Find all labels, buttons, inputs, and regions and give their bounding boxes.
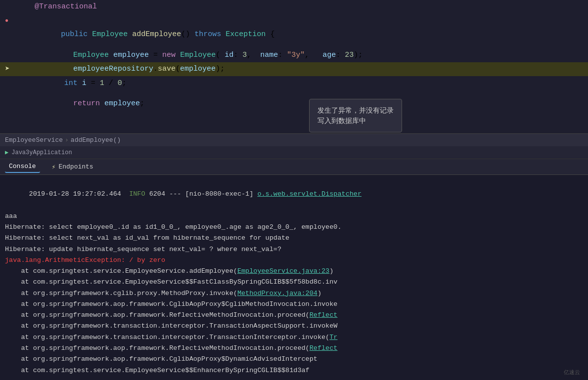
console-line-1: 2019-01-28 19:27:02.464 INFO 6204 --- [n… (5, 178, 583, 211)
endpoints-icon: ⚡ (52, 163, 56, 171)
console-stack-10: at com.springtest.service.EmployeeServic… (5, 365, 583, 376)
console-line-2: aaa (5, 211, 583, 222)
console-stack-3: at org.springframework.cglib.proxy.Metho… (5, 288, 583, 299)
console-stack-5: at org.springframework.aop.framework.Ref… (5, 310, 583, 321)
console-stack-8: at org.springframework.aop.framework.Ref… (5, 343, 583, 354)
endpoints-tab-label: Endpoints (58, 163, 93, 170)
annotation-transactional: @Transactional (35, 0, 588, 14)
console-area: 2019-01-28 19:27:02.464 INFO 6204 --- [n… (0, 175, 588, 380)
code-line-1: @Transactional (0, 0, 588, 14)
console-tab-label: Console (9, 163, 36, 170)
breadcrumb-method: addEmployee() (71, 136, 121, 144)
breadcrumb-service: EmployeeService (5, 136, 63, 144)
run-config-icon: ▶ (5, 149, 8, 156)
breadcrumb-bar: EmployeeService › addEmployee() (0, 133, 588, 146)
code-line-8: return employee; (0, 83, 588, 97)
current-line-arrow: ➤ (5, 62, 10, 76)
code-line-8-content: return employee; (20, 83, 588, 125)
console-stack-1: at com.springtest.service.EmployeeServic… (5, 266, 583, 277)
console-line-5: Hibernate: update hibernate_sequence set… (5, 244, 583, 255)
tab-bar: Console ⚡ Endpoints (0, 159, 588, 175)
breakpoint-icon: ● (5, 14, 8, 28)
console-stack-7: at org.springframework.transaction.inter… (5, 332, 583, 343)
console-line-3: Hibernate: select employee0_.id as id1_0… (5, 222, 583, 233)
console-line-error: java.lang.ArithmeticException: / by zero (5, 255, 583, 266)
console-stack-9: at org.springframework.aop.framework.Cgl… (5, 354, 583, 365)
watermark: 亿速云 (564, 369, 580, 376)
code-line-2: ● public Employee addEmployee() throws E… (0, 14, 588, 28)
breadcrumb-separator: › (65, 136, 69, 144)
run-config-label: Java3yApplication (11, 149, 72, 156)
code-line-4: Employee employee = new Employee( id: 3,… (0, 35, 588, 48)
console-stack-6: at org.springframework.transaction.inter… (5, 321, 583, 332)
tab-console[interactable]: Console (5, 161, 40, 173)
watermark-text: 亿速云 (564, 369, 580, 375)
code-line-6: ➤ int i = 1 / 0; (0, 62, 588, 76)
tooltip-line2: 写入到数据库中 (317, 117, 366, 125)
tab-endpoints[interactable]: ⚡ Endpoints (48, 161, 97, 173)
code-line-5: employeeRepository.save(employee); (0, 48, 588, 62)
error-tooltip: 发生了异常，并没有记录 写入到数据库中 (309, 99, 402, 132)
console-stack-2: at com.springtest.service.EmployeeServic… (5, 277, 583, 288)
ide-window: @Transactional ● public Employee addEmpl… (0, 0, 588, 380)
run-config-bar: ▶ Java3yApplication (0, 146, 588, 159)
tooltip-line1: 发生了异常，并没有记录 (317, 106, 394, 114)
console-line-4: Hibernate: select next_val as id_val fro… (5, 233, 583, 244)
console-stack-4: at org.springframework.aop.framework.Cgl… (5, 299, 583, 310)
code-editor: @Transactional ● public Employee addEmpl… (0, 0, 588, 133)
